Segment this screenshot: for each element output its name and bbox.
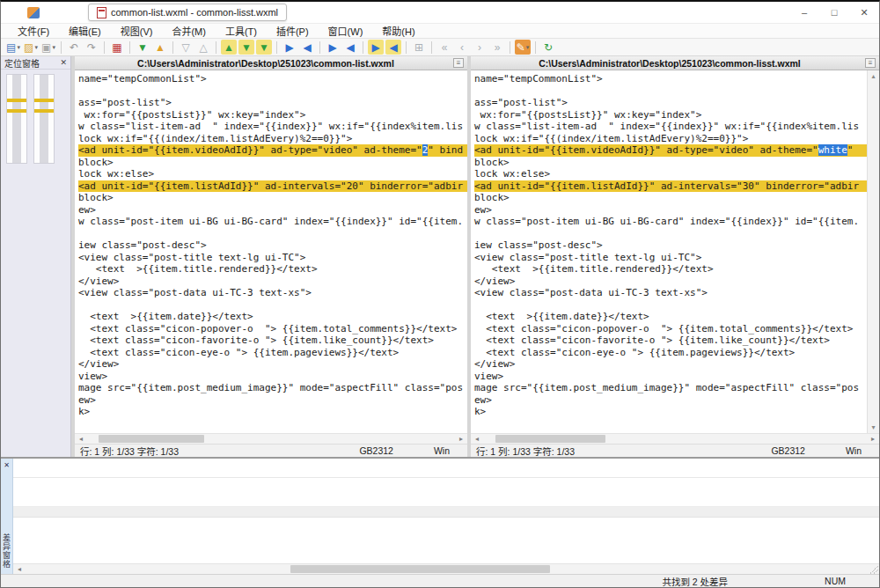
previous-conflict-button[interactable]: △ xyxy=(195,40,211,55)
next-difference-button[interactable]: ▼ xyxy=(135,40,150,55)
dropdown-caret-icon[interactable]: ▾ xyxy=(17,44,20,50)
scroll-up-icon[interactable]: ▴ xyxy=(871,72,875,80)
cursor-position: 行: 1 列: 1/33 字符: 1/33 xyxy=(80,445,179,458)
code-line: mage src="{{item.post_medium_image}}" mo… xyxy=(78,382,467,394)
pane-menu-icon[interactable]: ≡ xyxy=(453,58,464,68)
document-icon xyxy=(97,7,106,18)
code-line: ass="post-list"> xyxy=(78,97,467,109)
menu-window[interactable]: 窗口(W) xyxy=(319,24,373,38)
right-horizontal-scrollbar[interactable]: ◂ ▸ xyxy=(471,433,879,444)
difference-pane-scrollbar[interactable]: ◂ ▸ xyxy=(13,563,879,574)
minimap-difference-marker[interactable] xyxy=(34,99,54,102)
code-line: <text class="cicon-favorite-o "> {{item.… xyxy=(78,334,467,347)
minimize-icon[interactable]: – xyxy=(789,3,819,22)
location-pane-close-icon[interactable]: ✕ xyxy=(60,58,67,67)
right-code-editor[interactable]: name="tempCommonList"> ass="post-list"> … xyxy=(471,70,867,433)
session-settings-button[interactable]: ▦ xyxy=(109,40,125,55)
copy-left-button[interactable]: ◀ xyxy=(299,40,315,55)
menu-merge[interactable]: 合并(M) xyxy=(162,24,216,38)
scroll-right-icon[interactable]: ▸ xyxy=(455,435,467,443)
first-difference-button[interactable]: « xyxy=(436,40,452,55)
compare-area: 定位窗格 ✕ C:\Users\Administrator\Desktop\25… xyxy=(1,56,879,457)
minimap-difference-marker[interactable] xyxy=(34,109,54,113)
next-conflict-button[interactable]: ▽ xyxy=(178,40,194,55)
menu-file[interactable]: 文件(F) xyxy=(8,24,59,38)
close-icon[interactable]: ✕ xyxy=(849,3,879,22)
undo-button[interactable]: ↶ xyxy=(66,40,82,55)
prev-block-button[interactable]: ‹ xyxy=(454,40,470,55)
code-line: ew> xyxy=(78,204,467,217)
left-pane-header[interactable]: C:\Users\Administrator\Desktop\251023\co… xyxy=(75,56,467,70)
show-differences-button[interactable]: ▲ xyxy=(221,40,237,55)
code-line: view> xyxy=(78,371,467,383)
minimap-strip[interactable] xyxy=(6,74,27,164)
scroll-right-icon[interactable]: ▸ xyxy=(867,435,879,443)
minimap-strip[interactable] xyxy=(33,74,55,164)
merge-mode-button[interactable]: ⊞ xyxy=(411,40,427,55)
previous-difference-button[interactable]: ▲ xyxy=(152,40,168,55)
menu-help[interactable]: 帮助(H) xyxy=(372,24,424,38)
show-context-button[interactable]: ▼ xyxy=(238,40,254,55)
code-line: <ad unit-id="{{item.videoAdId}}" ad-type… xyxy=(78,144,467,157)
copy-right-advance-button[interactable]: ▶ xyxy=(325,40,341,55)
scrollbar-thumb[interactable] xyxy=(495,435,605,443)
code-line: lock wx:if="{{(index/item.listAdEvery)%2… xyxy=(78,133,467,145)
scroll-left-icon[interactable]: ◂ xyxy=(75,435,87,443)
scroll-left-icon[interactable]: ◂ xyxy=(471,435,483,443)
right-vertical-scrollbar[interactable]: ▴ ▾ xyxy=(867,70,879,433)
edit-mode-button[interactable]: ✎▾ xyxy=(515,40,531,55)
code-line: iew class="post-desc"> xyxy=(474,239,867,252)
show-all-button[interactable]: ▼ xyxy=(256,40,272,55)
document-tab[interactable]: common-list.wxml - common-lisst.wxml xyxy=(88,4,287,21)
menu-plugins[interactable]: 插件(P) xyxy=(267,24,319,38)
pane-menu-icon[interactable]: ≡ xyxy=(865,58,876,68)
dropdown-caret-icon[interactable]: ▾ xyxy=(52,44,55,50)
copy-left-advance-button[interactable]: ◀ xyxy=(342,40,358,55)
new-file-button[interactable]: ▤▾ xyxy=(5,40,21,55)
copy-all-left-button[interactable]: ◀ xyxy=(385,40,401,55)
redo-button[interactable]: ↷ xyxy=(84,40,99,55)
right-file-pane: C:\Users\Administrator\Desktop\251023\co… xyxy=(471,56,879,457)
scrollbar-thumb[interactable] xyxy=(290,565,550,573)
diff-row[interactable] xyxy=(13,478,879,507)
code-line xyxy=(78,228,467,240)
menu-view[interactable]: 视图(V) xyxy=(111,24,163,38)
scroll-down-icon[interactable]: ▾ xyxy=(871,423,875,431)
right-pane-header[interactable]: C:\Users\Administrator\Desktop\251023\co… xyxy=(471,56,879,70)
scroll-left-icon[interactable]: ◂ xyxy=(13,565,26,573)
save-button[interactable]: ▣▾ xyxy=(40,40,56,55)
code-line: ass="post-list"> xyxy=(474,97,867,109)
left-horizontal-scrollbar[interactable]: ◂ ▸ xyxy=(75,433,467,444)
dropdown-caret-icon[interactable]: ▾ xyxy=(34,44,38,50)
code-line: view> xyxy=(474,371,867,383)
resize-grip[interactable] xyxy=(869,565,878,574)
toolbar-separator xyxy=(61,41,62,54)
next-block-button[interactable]: › xyxy=(472,40,488,55)
diff-count-label: 共找到 2 处差异 xyxy=(662,575,728,588)
minimap[interactable] xyxy=(1,70,70,168)
code-line: name="tempCommonList"> xyxy=(78,73,467,85)
cursor-position: 行: 1 列: 1/33 字符: 1/33 xyxy=(476,445,575,458)
last-difference-button[interactable]: » xyxy=(489,40,505,55)
minimap-difference-marker[interactable] xyxy=(7,99,26,102)
open-file-button[interactable]: ▨▾ xyxy=(23,40,39,55)
difference-pane-content: ◂ ▸ xyxy=(13,459,879,574)
code-line: <text class="cicon-popover-o "> {{item.t… xyxy=(474,323,867,335)
diff-row[interactable] xyxy=(13,459,879,478)
menu-edit[interactable]: 编辑(E) xyxy=(59,24,111,38)
copy-all-right-button[interactable]: ▶ xyxy=(368,40,384,55)
code-line: block> xyxy=(474,157,867,169)
toolbar-separator xyxy=(129,41,130,54)
code-line: wx:for="{{postsList}}" wx:key="index"> xyxy=(78,109,467,121)
minimap-difference-marker[interactable] xyxy=(7,109,26,113)
left-code-editor[interactable]: name="tempCommonList"> ass="post-list"> … xyxy=(75,70,467,433)
diff-row[interactable] xyxy=(13,518,879,563)
maximize-icon[interactable]: □ xyxy=(819,3,849,22)
scrollbar-thumb[interactable] xyxy=(99,435,204,443)
menu-tools[interactable]: 工具(T) xyxy=(216,24,267,38)
difference-pane-close-icon[interactable]: ✕ xyxy=(4,461,10,469)
copy-right-button[interactable]: ▶ xyxy=(282,40,297,55)
dropdown-caret-icon[interactable]: ▾ xyxy=(526,44,530,50)
refresh-button[interactable]: ↻ xyxy=(540,40,556,55)
line-ending-label: Win xyxy=(846,445,862,456)
